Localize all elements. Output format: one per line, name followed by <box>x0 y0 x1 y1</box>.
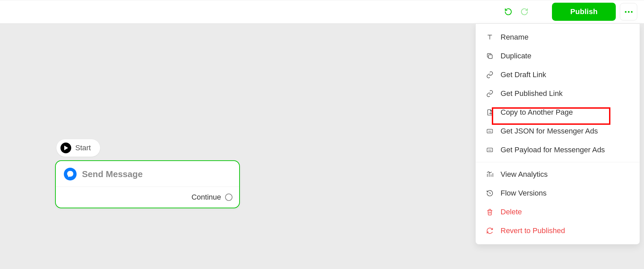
message-node-header: Send Message <box>56 161 239 187</box>
svg-rect-1 <box>488 55 492 58</box>
menu-revert[interactable]: Revert to Published <box>476 221 640 240</box>
ad-icon: Ad <box>486 127 494 135</box>
message-node-footer: Continue <box>56 187 239 208</box>
menu-label: Delete <box>501 208 522 216</box>
more-options-button[interactable] <box>620 3 637 20</box>
menu-get-draft-link[interactable]: Get Draft Link <box>476 65 640 84</box>
menu-rename[interactable]: Rename <box>476 28 640 47</box>
menu-label: Duplicate <box>501 52 531 60</box>
ad-icon: Ad <box>486 146 494 154</box>
revert-icon <box>486 227 494 235</box>
link-icon <box>486 71 494 79</box>
redo-button[interactable] <box>518 6 530 18</box>
undo-button[interactable] <box>502 6 514 18</box>
send-message-node[interactable]: Send Message Continue <box>55 160 240 208</box>
play-icon <box>60 143 71 153</box>
menu-view-analytics[interactable]: View Analytics <box>476 165 640 184</box>
output-port[interactable] <box>225 194 232 201</box>
link-icon <box>486 90 494 98</box>
analytics-icon <box>486 170 494 178</box>
start-node-label: Start <box>75 144 91 152</box>
menu-delete[interactable]: Delete <box>476 203 640 221</box>
menu-label: Revert to Published <box>501 226 565 235</box>
trash-icon <box>486 208 494 216</box>
dot-icon <box>631 11 633 13</box>
menu-label: Get JSON for Messenger Ads <box>501 127 598 136</box>
text-icon <box>486 33 494 41</box>
duplicate-icon <box>486 52 494 60</box>
undo-icon <box>504 8 512 16</box>
top-toolbar: Publish <box>0 0 644 23</box>
menu-copy-to-another-page[interactable]: Copy to Another Page <box>476 103 640 122</box>
dot-icon <box>625 11 627 13</box>
menu-label: Get Published Link <box>501 89 563 98</box>
more-options-menu: Rename Duplicate Get Draft Link Get Publ… <box>475 23 640 245</box>
menu-divider <box>476 162 640 162</box>
svg-text:Ad: Ad <box>488 149 491 152</box>
messenger-icon <box>64 168 77 180</box>
dot-icon <box>628 11 630 13</box>
svg-marker-0 <box>64 146 68 150</box>
menu-label: Get Payload for Messenger Ads <box>501 146 605 154</box>
publish-button[interactable]: Publish <box>552 3 616 21</box>
file-export-icon <box>486 108 494 116</box>
continue-label: Continue <box>191 193 221 202</box>
message-node-title: Send Message <box>82 169 143 179</box>
redo-icon <box>520 8 528 16</box>
menu-label: View Analytics <box>501 170 548 179</box>
menu-label: Get Draft Link <box>501 70 546 79</box>
menu-label: Copy to Another Page <box>501 108 573 117</box>
menu-get-published-link[interactable]: Get Published Link <box>476 84 640 103</box>
menu-duplicate[interactable]: Duplicate <box>476 47 640 65</box>
menu-flow-versions[interactable]: Flow Versions <box>476 184 640 203</box>
svg-text:Ad: Ad <box>488 130 491 133</box>
menu-get-json-ads[interactable]: Ad Get JSON for Messenger Ads <box>476 122 640 141</box>
start-node[interactable]: Start <box>56 139 100 157</box>
menu-get-payload-ads[interactable]: Ad Get Payload for Messenger Ads <box>476 141 640 159</box>
menu-label: Flow Versions <box>501 189 547 198</box>
menu-label: Rename <box>501 33 528 42</box>
history-icon <box>486 189 494 197</box>
